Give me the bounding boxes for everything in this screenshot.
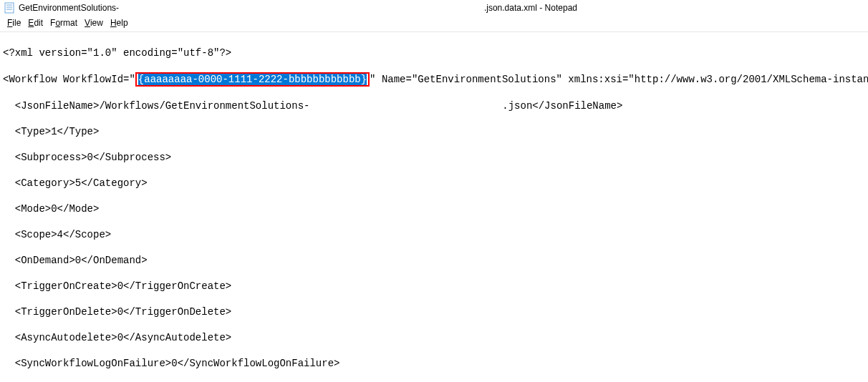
code-line: <Category>5</Category> [3, 177, 865, 190]
window-title-right: .json.data.xml - Notepad [484, 3, 577, 13]
highlighted-guid-box: {aaaaaaaa-0000-1111-2222-bbbbbbbbbbbb} [135, 72, 370, 87]
menubar: File Edit Format View Help [0, 16, 868, 32]
code-line: <AsyncAutodelete>0</AsyncAutodelete> [3, 331, 865, 344]
menu-edit[interactable]: Edit [25, 17, 46, 29]
selection-close-brace: } [361, 74, 367, 85]
titlebar: GetEnvironmentSolutions- .json.data.xml … [0, 0, 868, 16]
code-line: <TriggerOnDelete>0</TriggerOnDelete> [3, 305, 865, 318]
code-line: <SyncWorkflowLogOnFailure>0</SyncWorkflo… [3, 357, 865, 370]
selection-guid: aaaaaaaa-0000-1111-2222-bbbbbbbbbbbb [144, 74, 360, 85]
code-line: <Mode>0</Mode> [3, 202, 865, 215]
code-line: <Type>1</Type> [3, 125, 865, 138]
window-title-left: GetEnvironmentSolutions- [19, 3, 119, 13]
code-line: <?xml version="1.0" encoding="utf-8"?> [3, 46, 865, 59]
code-text: <Workflow WorkflowId=" [3, 74, 135, 85]
menu-help[interactable]: Help [107, 17, 131, 29]
code-line: <OnDemand>0</OnDemand> [3, 254, 865, 267]
code-line: <Subprocess>0</Subprocess> [3, 151, 865, 164]
code-line: <JsonFileName>/Workflows/GetEnvironmentS… [3, 99, 865, 112]
editor-area[interactable]: <?xml version="1.0" encoding="utf-8"?> <… [0, 32, 868, 382]
code-text: " Name="GetEnvironmentSolutions" xmlns:x… [370, 74, 868, 85]
notepad-icon [4, 2, 14, 14]
svg-rect-0 [5, 3, 14, 13]
menu-view[interactable]: View [82, 17, 106, 29]
menu-format[interactable]: Format [47, 17, 80, 29]
code-line: <TriggerOnCreate>0</TriggerOnCreate> [3, 280, 865, 293]
code-line: <Scope>4</Scope> [3, 228, 865, 241]
menu-file[interactable]: File [4, 17, 24, 29]
code-line: <Workflow WorkflowId="{aaaaaaaa-0000-111… [3, 72, 865, 87]
selection-open-brace: { [138, 74, 144, 85]
